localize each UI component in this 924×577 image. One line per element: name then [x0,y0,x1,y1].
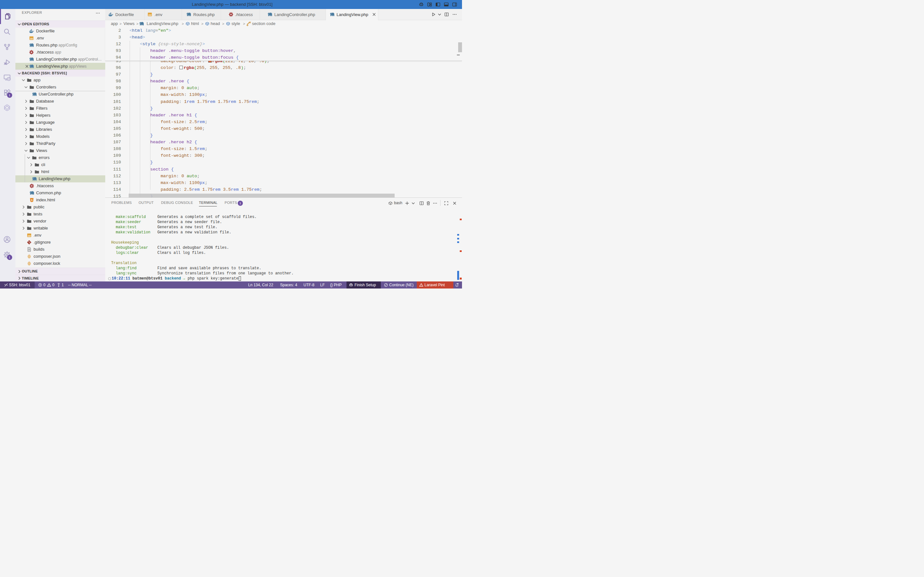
svg-text:5: 5 [31,199,32,201]
svg-text:.ENV: .ENV [148,15,152,16]
svg-text:.ENV: .ENV [30,38,34,40]
svg-text:.ENV: .ENV [27,235,31,237]
